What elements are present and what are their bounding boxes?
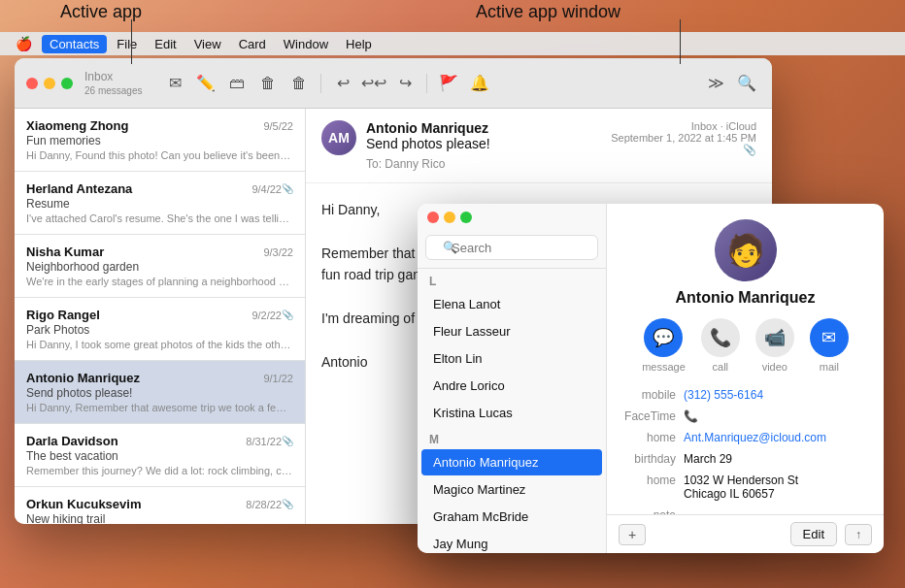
section-label-l: L: [418, 269, 606, 290]
toolbar-divider-2: [426, 74, 427, 93]
sender-name: Antonio Manriquez: [366, 120, 490, 136]
address-field: home 1032 W Henderson StChicago IL 60657: [622, 474, 868, 501]
menubar-window[interactable]: Window: [276, 35, 336, 53]
message-action[interactable]: 💬 message: [642, 318, 686, 373]
sender-avatar: AM: [321, 120, 356, 155]
archive-button[interactable]: 🗃: [223, 70, 251, 97]
mail-message-nisha[interactable]: Nisha Kumar 9/3/22 Neighborhood garden W…: [15, 235, 305, 298]
contacts-minimize-button[interactable]: [444, 212, 455, 223]
call-action[interactable]: 📞 call: [701, 318, 740, 373]
minimize-button[interactable]: [44, 78, 55, 89]
menubar-card[interactable]: Card: [231, 35, 274, 53]
facetime-field: FaceTime 📞: [622, 409, 868, 423]
video-action[interactable]: 📹 video: [755, 318, 794, 373]
contact-magico-martinez[interactable]: Magico Martinez: [421, 476, 602, 503]
flag-button[interactable]: 🚩: [435, 70, 462, 97]
mail-subject: Send photos please!: [366, 136, 490, 151]
mail-toolbar: Inbox 26 messages ✉ ✏️ 🗃 🗑 🗑 ↩ ↩↩ ↪ 🚩 🔔 …: [15, 58, 772, 109]
add-contact-button[interactable]: +: [619, 524, 646, 545]
mail-to: To: Danny Rico: [366, 157, 490, 171]
get-mail-button[interactable]: ✉: [161, 70, 188, 97]
notify-button[interactable]: 🔔: [466, 70, 493, 97]
menubar-edit[interactable]: Edit: [147, 35, 184, 53]
call-button[interactable]: 📞: [701, 318, 740, 357]
mail-detail-header: AM Antonio Manriquez Send photos please!…: [306, 109, 772, 183]
maximize-button[interactable]: [61, 78, 73, 89]
contacts-list-body: L Elena Lanot Fleur Lasseur Elton Lin An…: [418, 269, 606, 553]
mail-message-xiaomeng[interactable]: Xiaomeng Zhong 9/5/22 Fun memories Hi Da…: [15, 109, 305, 172]
edit-contact-button[interactable]: Edit: [790, 522, 837, 546]
reply-button[interactable]: ↩: [329, 70, 356, 97]
mail-sidebar: Xiaomeng Zhong 9/5/22 Fun memories Hi Da…: [15, 109, 306, 524]
contact-detail: 🧑 Antonio Manriquez 💬 message 📞 call 📹 v…: [607, 204, 884, 553]
search-button[interactable]: 🔍: [733, 70, 760, 97]
mailbox-title: Inbox 26 messages: [84, 70, 142, 97]
close-button[interactable]: [26, 78, 38, 89]
contacts-maximize-button[interactable]: [460, 212, 472, 223]
reply-all-button[interactable]: ↩↩: [360, 70, 387, 97]
mail-label: mail: [820, 361, 839, 373]
traffic-lights: [26, 78, 73, 89]
contacts-list: 🔍 L Elena Lanot Fleur Lasseur Elton Lin …: [418, 204, 607, 553]
contacts-footer-left: +: [619, 524, 646, 545]
mail-button[interactable]: ✉: [810, 318, 849, 357]
share-contact-button[interactable]: ↑: [845, 524, 872, 545]
search-field-wrap: 🔍: [425, 235, 598, 260]
contact-elton-lin[interactable]: Elton Lin: [421, 345, 602, 372]
message-label: message: [642, 361, 686, 373]
more-button[interactable]: ≫: [702, 70, 729, 97]
contact-avatar: 🧑: [715, 219, 777, 281]
menubar-help[interactable]: Help: [338, 35, 380, 53]
menubar-view[interactable]: View: [186, 35, 229, 53]
mail-message-orkun[interactable]: Orkun Kucuksevim 8/28/22 📎 New hiking tr…: [15, 487, 305, 524]
contact-actions: 💬 message 📞 call 📹 video ✉ mail: [622, 318, 868, 373]
video-button[interactable]: 📹: [755, 318, 794, 357]
contacts-footer-right: Edit ↑: [790, 522, 872, 546]
message-button[interactable]: 💬: [644, 318, 683, 357]
mail-message-darla[interactable]: Darla Davidson 8/31/22 📎 The best vacati…: [15, 424, 305, 487]
contacts-window: 🔍 L Elena Lanot Fleur Lasseur Elton Lin …: [418, 204, 884, 553]
mobile-field: mobile (312) 555-6164: [622, 388, 868, 402]
menubar: 🍎 Contacts File Edit View Card Window He…: [0, 32, 905, 55]
toolbar-divider-1: [320, 74, 321, 93]
junk-button[interactable]: 🗑: [285, 70, 313, 97]
birthday-field: birthday March 29: [622, 452, 868, 466]
contact-andre-lorico[interactable]: Andre Lorico: [421, 373, 602, 399]
contact-graham-mcbride[interactable]: Graham McBride: [421, 504, 602, 530]
menubar-contacts[interactable]: Contacts: [42, 35, 107, 53]
forward-button[interactable]: ↪: [391, 70, 419, 97]
menubar-file[interactable]: File: [109, 35, 145, 53]
contact-elena-lanot[interactable]: Elena Lanot: [421, 291, 602, 317]
contacts-search-input[interactable]: [425, 235, 598, 260]
email-field: home Ant.Manriquez@icloud.com: [622, 431, 868, 444]
contacts-search-area: 🔍: [418, 227, 606, 269]
compose-button[interactable]: ✏️: [192, 70, 219, 97]
mail-meta: Inbox · iCloud September 1, 2022 at 1:45…: [601, 120, 756, 156]
section-label-m: M: [418, 427, 606, 448]
active-app-window-annotation: Active app window: [476, 2, 620, 22]
contact-antonio-manriquez[interactable]: Antonio Manriquez: [421, 449, 602, 475]
contacts-footer: + Edit ↑: [607, 514, 884, 553]
contacts-close-button[interactable]: [427, 212, 439, 223]
mail-message-herland[interactable]: Herland Antezana 9/4/22 📎 Resume I've at…: [15, 172, 305, 235]
contact-fleur-lasseur[interactable]: Fleur Lasseur: [421, 318, 602, 344]
active-app-annotation: Active app: [60, 2, 142, 22]
contacts-traffic-lights: [418, 204, 606, 227]
call-label: call: [713, 361, 729, 373]
delete-button[interactable]: 🗑: [254, 70, 282, 97]
apple-menu[interactable]: 🍎: [8, 36, 40, 51]
contact-jay-mung[interactable]: Jay Mung: [421, 531, 602, 553]
contact-detail-name: Antonio Manriquez: [622, 289, 868, 307]
mail-message-antonio[interactable]: Antonio Manriquez 9/1/22 Send photos ple…: [15, 361, 305, 424]
video-label: video: [762, 361, 788, 373]
mail-action[interactable]: ✉ mail: [810, 318, 849, 373]
mail-message-rigo[interactable]: Rigo Rangel 9/2/22 📎 Park Photos Hi Dann…: [15, 298, 305, 361]
contact-kristina-lucas[interactable]: Kristina Lucas: [421, 400, 602, 426]
